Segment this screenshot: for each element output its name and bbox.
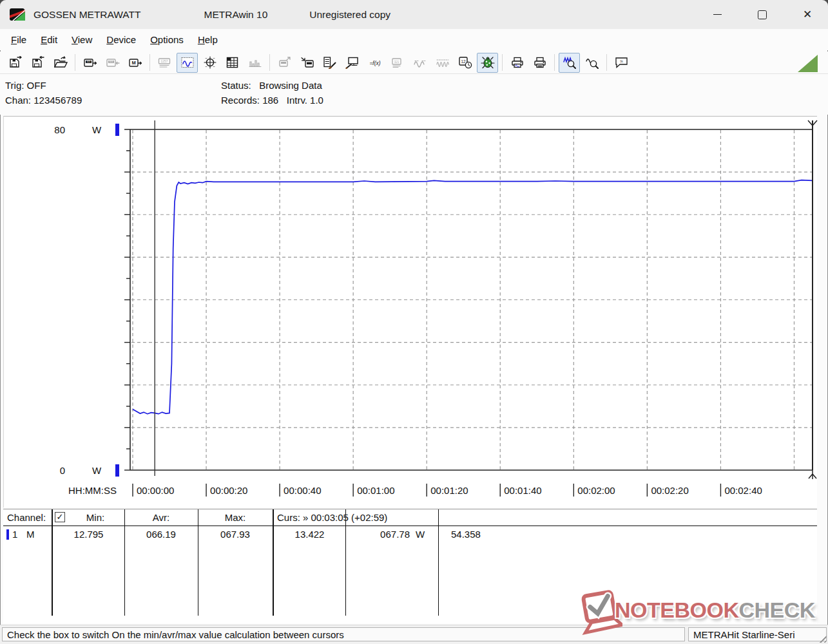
x-tick-label: 00:00:20 — [210, 485, 247, 496]
power-chart[interactable] — [4, 117, 818, 508]
svg-text:=f(x): =f(x) — [369, 60, 380, 66]
meter-arrow-out-icon — [278, 56, 292, 69]
col-header-max: Max: — [198, 512, 273, 523]
corner-triangle-icon — [798, 55, 818, 72]
y-axis-min-label: 0 — [43, 465, 65, 476]
open-file-button[interactable] — [50, 53, 71, 73]
minimize-icon — [713, 14, 722, 15]
toolbar-separator — [606, 54, 607, 71]
device-status-area: Trig: OFF Chan: 123456789 Status: Browsi… — [0, 74, 828, 115]
cell-min: 12.795 — [53, 529, 124, 540]
svg-text:321: 321 — [86, 61, 90, 63]
meter-m-icon: M — [128, 56, 142, 69]
y-axis-unit-bottom: W — [92, 465, 101, 476]
browse-status: Status: Browsing Data — [221, 80, 322, 91]
toolbar-separator — [502, 54, 503, 71]
menu-item-options[interactable]: Options — [143, 32, 191, 48]
x-tick-label: 00:01:20 — [430, 485, 468, 496]
svg-text:M: M — [131, 60, 135, 66]
channel-row-marker — [6, 529, 9, 540]
svg-text:12: 12 — [461, 59, 466, 64]
menu-item-file[interactable]: File — [4, 32, 34, 48]
cell-channel-mode: M — [26, 529, 35, 540]
y-axis-unit-top: W — [92, 124, 101, 135]
cell-max: 067.93 — [198, 529, 273, 540]
pc-settings-button[interactable] — [342, 53, 363, 73]
chart-view-button[interactable] — [177, 53, 198, 73]
waveform-icon — [180, 56, 195, 69]
zoom-wave-icon — [585, 56, 599, 69]
table-divider — [124, 509, 125, 616]
x-tick-label: 00:02:00 — [577, 485, 615, 496]
menu-item-view[interactable]: View — [64, 32, 99, 48]
minmax-checkbox[interactable]: ✓ — [55, 512, 65, 522]
sine-dense-icon — [436, 56, 450, 69]
col-header-cursor: Curs: » 00:03:05 (+02:59) — [277, 512, 387, 523]
svg-text:321: 321 — [109, 61, 113, 63]
bars-icon — [248, 56, 262, 69]
col-header-min: Min: — [66, 512, 124, 523]
clock-12-icon: 12 — [458, 56, 472, 69]
zoom-wave-blue-icon — [563, 56, 577, 69]
power-series-line — [133, 180, 813, 414]
menu-bar: FileEditViewDeviceOptionsHelp — [0, 29, 828, 50]
save-import-button[interactable] — [27, 53, 48, 73]
col-header-channel: Channel: — [7, 512, 46, 523]
cell-avr: 066.19 — [124, 529, 198, 540]
floppy-in-icon — [31, 56, 45, 69]
device-connect-button[interactable] — [296, 53, 318, 73]
table-divider — [438, 509, 439, 616]
cell-cursor2: 067.78 — [345, 529, 410, 540]
x-tick-label: 00:00:00 — [137, 485, 174, 496]
save-export-button[interactable] — [5, 53, 26, 73]
read-device-button[interactable]: 321 — [79, 53, 101, 73]
print-button[interactable] — [529, 53, 550, 73]
y-axis-max-label: 80 — [43, 124, 65, 135]
menu-item-edit[interactable]: Edit — [34, 32, 64, 48]
meter-out-icon: 321 — [83, 56, 97, 69]
cursor-2[interactable] — [808, 120, 817, 479]
x-tick-label: 00:02:20 — [651, 485, 688, 496]
print-chart-button[interactable] — [506, 53, 528, 73]
minimize-button[interactable] — [702, 5, 732, 24]
maximize-icon — [758, 10, 767, 19]
meter-321-icon: 321 — [390, 56, 405, 69]
zoom-out-button[interactable] — [581, 53, 602, 73]
channel-marker-bottom — [115, 464, 119, 477]
close-button[interactable]: ✕ — [793, 5, 822, 24]
table-divider — [345, 509, 346, 616]
table-divider — [198, 509, 198, 616]
wave-single-button — [409, 53, 430, 73]
device-settings-button[interactable] — [319, 53, 340, 73]
floppy-out-icon — [8, 56, 23, 69]
balloon-help-button[interactable]: ?! — [611, 53, 632, 73]
title-bar: GOSSEN METRAWATT METRAwin 10 Unregistere… — [0, 0, 828, 29]
export-config-button — [274, 53, 295, 73]
close-icon: ✕ — [803, 9, 812, 20]
cell-cursor1: 13.422 — [274, 529, 345, 540]
help-balloon-icon: ?! — [615, 56, 629, 69]
maximize-button[interactable] — [747, 5, 777, 24]
crosshair-icon — [203, 56, 217, 69]
formula-button[interactable]: =f(x) — [364, 53, 385, 73]
x-tick-label: 00:02:40 — [724, 485, 762, 496]
meter-plug-icon — [300, 56, 314, 69]
app-window: GOSSEN METRAWATT METRAwin 10 Unregistere… — [0, 0, 828, 644]
zoom-in-button[interactable] — [559, 53, 580, 73]
menu-item-help[interactable]: Help — [191, 32, 225, 48]
toolbar: 321321M1257=f(x)32112?! — [0, 52, 828, 74]
meter-in-icon: 321 — [106, 56, 120, 69]
toolbar-separator — [269, 54, 270, 71]
multimeter-display-button: 1257 — [154, 53, 175, 73]
title-license-note: Unregistered copy — [309, 9, 390, 21]
table-view-button[interactable] — [222, 53, 243, 73]
time-sync-button[interactable]: 12 — [454, 53, 476, 73]
menu-item-device[interactable]: Device — [99, 32, 143, 48]
debug-bug-button[interactable] — [477, 53, 498, 73]
scope-view-button[interactable] — [199, 53, 220, 73]
table-header-divider — [3, 526, 817, 526]
svg-text:?!: ?! — [619, 60, 622, 64]
x-tick-label: 00:00:40 — [284, 485, 321, 496]
read-memory-button[interactable]: M — [124, 53, 146, 73]
monitor-tool-icon — [345, 56, 360, 69]
